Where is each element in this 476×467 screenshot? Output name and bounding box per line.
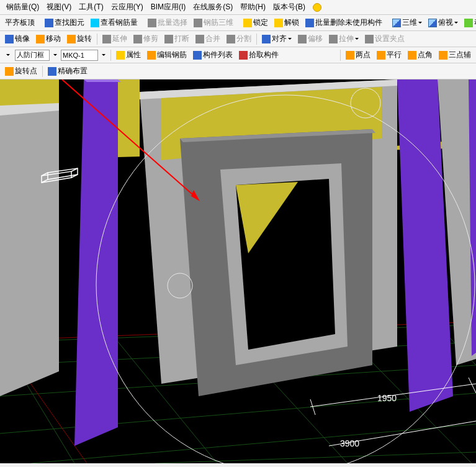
chevron-down-icon[interactable] [53,54,57,56]
category-dropdown[interactable]: 人防门框 [15,50,50,61]
dynamic-button[interactable]: 动态 [462,16,476,29]
menu-help[interactable]: 帮助(H) [236,1,269,14]
separator [256,34,257,45]
column-1-top [84,79,121,82]
view-3d-label: 三维 [402,17,417,28]
menu-rebar[interactable]: 钢筋量(Q) [2,1,43,14]
edit-rebar-icon [147,51,156,60]
parallel-label: 平行 [387,50,402,60]
flat-top-button[interactable]: 平齐板顶 [2,16,37,29]
trim-icon [133,35,142,43]
chevron-down-icon [418,22,422,24]
component-dropdown[interactable]: MKQ-1 [61,50,98,61]
dimension-2: 3900 [340,438,359,448]
mirror-button[interactable]: 镜像 [2,32,32,45]
extend-button[interactable]: 延伸 [100,32,130,45]
rotate-button[interactable]: 旋转 [65,32,94,45]
threepoint-label: 三点辅 [449,50,471,60]
menu-online[interactable]: 在线服务(S) [189,1,236,14]
menu-version[interactable]: 版本号(B) [269,1,309,14]
binoculars-icon [45,19,53,27]
find-label: 查找图元 [55,17,84,28]
menu-cloud[interactable]: 云应用(Y) [107,1,147,14]
move-button[interactable]: 移动 [34,32,63,45]
unlock-icon [274,19,283,27]
merge-icon [195,35,204,43]
pick-component-button[interactable]: 拾取构件 [236,48,281,61]
view-3d-button[interactable]: 三维 [390,16,424,29]
separator [340,50,341,61]
edit-rebar-button[interactable]: 编辑钢筋 [145,48,189,61]
batch-select-button[interactable]: 批量选择 [145,16,190,29]
three-point-button[interactable]: 三点辅 [436,48,474,61]
menu-view[interactable]: 视图(V) [43,1,75,14]
offset-button[interactable]: 偏移 [295,32,325,45]
rotate-point-button[interactable]: 旋转点 [2,65,40,78]
set-grip-button[interactable]: 设置夹点 [362,32,407,45]
persp-icon [428,19,437,27]
viewport-3d[interactable]: 1950 3900 [0,79,476,463]
svg-line-28 [469,378,476,393]
wall-panel-left [0,107,59,396]
category-value: 人防门框 [17,50,44,60]
parallel-button[interactable]: 平行 [374,48,404,61]
component-value: MKQ-1 [63,52,84,59]
lock-icon [243,19,252,27]
mirror-label: 镜像 [15,34,30,44]
grip-label: 设置夹点 [375,34,405,44]
rotate-icon [67,35,76,43]
batch-delete-button[interactable]: 批量删除未使用构件 [303,16,385,29]
persp-label: 俯视 [438,17,453,28]
unlock-button[interactable]: 解锁 [272,16,302,29]
move-label: 移动 [46,34,61,44]
toolbar-3: 人防门框 MKQ-1 属性 编辑钢筋 构件列表 拾取构件 两点 平行 点角 三点… [0,47,476,63]
lock-label: 锁定 [253,17,268,28]
svg-line-5 [155,452,476,463]
lock-button[interactable]: 锁定 [241,16,271,29]
split-button[interactable]: 分割 [224,32,254,45]
toolbar-1: 平齐板顶 查找图元 查看钢筋量 批量选择 钢筋三维 锁定 解锁 批量删除未使用构… [0,15,476,31]
view-rebar-label: 查看钢筋量 [101,17,138,28]
complist-label: 构件列表 [203,50,233,60]
two-point-button[interactable]: 两点 [343,48,373,61]
precise-place-button[interactable]: 精确布置 [45,65,90,78]
toolbar-2: 镜像 移动 旋转 延伸 修剪 打断 合并 分割 对齐 偏移 拉伸 [0,31,476,47]
align-button[interactable]: 对齐 [259,32,294,45]
break-button[interactable]: 打断 [162,32,192,45]
two-point-icon [346,51,354,60]
separator [42,66,43,77]
dynamic-icon [464,19,473,27]
attribute-button[interactable]: 属性 [114,48,143,61]
view-rebar-button[interactable]: 查看钢筋量 [88,16,140,29]
find-element-button[interactable]: 查找图元 [42,16,87,29]
extend-icon [102,35,111,43]
select-icon [148,19,156,27]
trim-button[interactable]: 修剪 [131,32,161,45]
flat-top-label: 平齐板顶 [5,17,35,28]
smiley-icon[interactable] [313,3,321,12]
break-label: 打断 [174,34,189,44]
attr-label: 属性 [126,50,141,60]
menu-bim[interactable]: BIM应用(I) [147,1,190,14]
separator [110,50,111,61]
svg-line-3 [0,393,476,433]
pointangle-label: 点角 [418,50,433,60]
chevron-down-icon[interactable] [6,54,10,56]
viewport-scene [0,79,476,463]
menu-bar: 钢筋量(Q) 视图(V) 工具(T) 云应用(Y) BIM应用(I) 在线服务(… [0,0,476,15]
merge-label: 合并 [205,34,220,44]
component-list-button[interactable]: 构件列表 [191,48,235,61]
perspective-button[interactable]: 俯视 [426,16,460,29]
rotate-label: 旋转 [77,34,92,44]
point-angle-button[interactable]: 点角 [405,48,435,61]
merge-button[interactable]: 合并 [193,32,223,45]
gap-1 [59,79,84,179]
stretch-button[interactable]: 拉伸 [326,32,361,45]
glasses-icon [91,19,99,27]
chevron-down-icon[interactable] [102,54,106,56]
offset-icon [298,35,307,43]
trim-label: 修剪 [143,34,158,44]
rebar-3d-button[interactable]: 钢筋三维 [191,16,236,29]
menu-tools[interactable]: 工具(T) [75,1,107,14]
edit-rebar-label: 编辑钢筋 [157,50,187,60]
